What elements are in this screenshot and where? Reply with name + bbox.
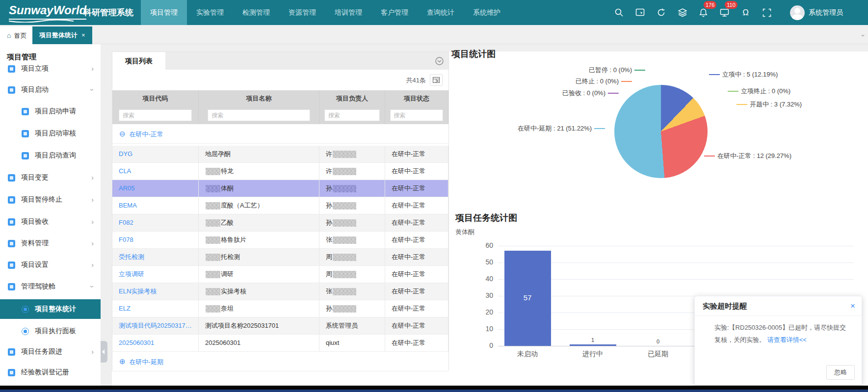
cell-project-code[interactable]: CLA	[112, 163, 199, 180]
nav-menu-item[interactable]: 培训管理	[325, 0, 371, 25]
owner-text: 系统管理员	[326, 322, 358, 329]
table-row[interactable]: ELZ奈坦孙在研中-正常	[112, 300, 448, 317]
user-name[interactable]: 系统管理员	[809, 8, 843, 17]
sidebar-subitem[interactable]: 项目启动审核	[0, 124, 101, 143]
tab-close-icon[interactable]: ×	[81, 31, 85, 39]
column-header[interactable]: 项目状态	[385, 90, 448, 106]
nav-menu-item[interactable]: 系统维护	[464, 0, 510, 25]
nav-menu-item[interactable]: 查询统计	[418, 0, 464, 25]
sidebar-subitem-label: 项目启动查询	[35, 151, 76, 160]
user-avatar[interactable]	[790, 5, 805, 20]
tab-project-stats[interactable]: 项目整体统计×	[32, 26, 92, 44]
sidebar-item[interactable]: 资料管理›	[0, 234, 101, 253]
column-search-input[interactable]	[390, 109, 444, 121]
cell-project-code[interactable]: DYG	[112, 146, 199, 162]
cell-project-code[interactable]: F082	[112, 214, 199, 231]
column-search-input[interactable]	[119, 109, 192, 121]
project-name-text: 格鲁肽片	[221, 236, 246, 243]
cell-project-code[interactable]: ELN实操考核	[112, 283, 199, 300]
popup-close-icon[interactable]: ×	[850, 296, 855, 316]
pie-slice-label: 开题中 : 3 (7.32%)	[734, 100, 802, 109]
cell-project-code[interactable]: ELZ	[112, 300, 199, 317]
nav-menu-item[interactable]: 检测管理	[233, 0, 279, 25]
monitor-icon[interactable]: 110	[714, 0, 735, 25]
ignore-button[interactable]: 忽略	[826, 365, 855, 380]
sidebar-item[interactable]: 项目变更›	[0, 168, 101, 187]
cell-project-code[interactable]: 立项调研	[112, 266, 199, 283]
table-row[interactable]: ELN实操考核实操考核张在研中-正常	[112, 283, 448, 300]
sidebar-subitem[interactable]: 项目执行面板	[0, 321, 101, 341]
column-header[interactable]: 项目负责人	[319, 90, 385, 106]
plus-circle-icon[interactable]: ⊕	[119, 357, 126, 366]
sidebar-item[interactable]: 项目暂停终止›	[0, 190, 101, 209]
nav-menu-item[interactable]: 项目管理	[141, 0, 187, 25]
nav-menu-item[interactable]: 实验管理	[187, 0, 233, 25]
nav-menu-item[interactable]: 客户管理	[371, 0, 418, 25]
cell-project-code[interactable]: 测试项目代码20250317…	[112, 317, 199, 334]
sidebar-item[interactable]: 经验教训登记册	[0, 363, 101, 382]
table-row[interactable]: AR05体酮孙在研中-正常	[112, 180, 448, 197]
table-row[interactable]: 测试项目代码20250317…测试项目名称2025031701系统管理员在研中-…	[112, 317, 448, 335]
search-cell	[385, 106, 448, 124]
sidebar-item[interactable]: 项目设置›	[0, 255, 101, 275]
tab-home[interactable]: ⌂首页	[0, 26, 33, 44]
column-search-input[interactable]	[208, 109, 310, 121]
check-icon	[8, 218, 15, 226]
sidebar-item[interactable]: 项目验收›	[0, 212, 101, 232]
cell-project-status: 在研中-正常	[385, 283, 448, 300]
sidebar-subitem[interactable]: 项目整体统计	[0, 299, 101, 319]
pie-label-text: 在研中-正常 : 12 (29.27%)	[717, 152, 791, 160]
cell-project-status: 在研中-正常	[385, 163, 448, 180]
cell-project-code[interactable]: 2025060301	[112, 335, 199, 351]
column-header[interactable]: 项目代码	[112, 90, 199, 106]
cell-project-name: 地屈孕酮	[199, 146, 319, 162]
popup-detail-link[interactable]: 请查看详情<<	[767, 336, 807, 343]
tab-list-chevron-icon[interactable]: ›	[859, 34, 867, 36]
bottom-blue-strip	[0, 390, 868, 392]
cell-project-status: 在研中-正常	[385, 180, 448, 197]
column-header[interactable]: 项目名称	[199, 90, 319, 106]
group-row-open[interactable]: ⊖在研中-正常	[112, 124, 448, 144]
owner-text: 张	[326, 287, 332, 295]
cell-project-code[interactable]: F078	[112, 232, 199, 248]
sidebar-item[interactable]: 项目启动›	[0, 80, 101, 100]
sidebar-item[interactable]: 项目任务跟进›	[0, 342, 101, 362]
column-config-button[interactable]	[430, 74, 443, 86]
refresh-icon[interactable]	[651, 0, 672, 25]
table-row[interactable]: 20250603012025060301qiuxt在研中-正常	[112, 335, 448, 352]
search-icon[interactable]	[608, 0, 630, 25]
cell-project-code[interactable]: AR05	[112, 180, 199, 197]
table-row[interactable]: 受托检测托检测周在研中-正常	[112, 249, 448, 266]
bar-进行中[interactable]	[570, 344, 616, 346]
y-axis-tick: 40	[464, 275, 493, 283]
table-row[interactable]: F078格鲁肽片张在研中-正常	[112, 232, 448, 249]
column-search-input[interactable]	[324, 109, 380, 121]
table-row[interactable]: F082乙酸孙在研中-正常	[112, 214, 448, 232]
nav-menu-item[interactable]: 资源管理	[279, 0, 325, 25]
table-row[interactable]: 立项调研调研周在研中-正常	[112, 266, 448, 283]
panel-collapse-icon[interactable]	[435, 57, 444, 65]
project-status-pie[interactable]	[614, 85, 708, 178]
table-row[interactable]: BEMA度酸（A工艺）孙在研中-正常	[112, 197, 448, 214]
sidebar-subitem[interactable]: 项目启动申请	[0, 102, 101, 121]
omega-icon[interactable]: Ω	[735, 0, 756, 25]
cell-project-code[interactable]: BEMA	[112, 197, 199, 214]
project-name-text: 实操考核	[221, 287, 246, 295]
group-row-closed[interactable]: ⊕在研中-延期	[112, 352, 448, 371]
sidebar-subitem[interactable]: 项目启动查询	[0, 146, 101, 165]
sidebar-item[interactable]: 管理驾驶舱›	[0, 277, 101, 296]
sidebar-item[interactable]: 项目立项›	[0, 59, 101, 78]
cell-project-owner: 周	[319, 249, 385, 265]
table-row[interactable]: DYG地屈孕酮许在研中-正常	[112, 146, 448, 163]
forbid-icon	[8, 196, 15, 204]
fullscreen-icon[interactable]	[756, 0, 777, 25]
pie-label-text: 立项中 : 5 (12.19%)	[722, 70, 778, 79]
table-row[interactable]: CLA特龙许在研中-正常	[112, 163, 448, 180]
chevron-right-icon: ›	[91, 261, 94, 269]
bell-icon[interactable]: 176	[693, 0, 714, 25]
cell-project-code[interactable]: 受托检测	[112, 249, 199, 265]
sidebar-collapse-handle[interactable]	[101, 341, 107, 363]
layers-icon[interactable]	[672, 0, 693, 25]
app-window-icon[interactable]	[630, 0, 651, 25]
minus-circle-icon[interactable]: ⊖	[119, 130, 126, 138]
